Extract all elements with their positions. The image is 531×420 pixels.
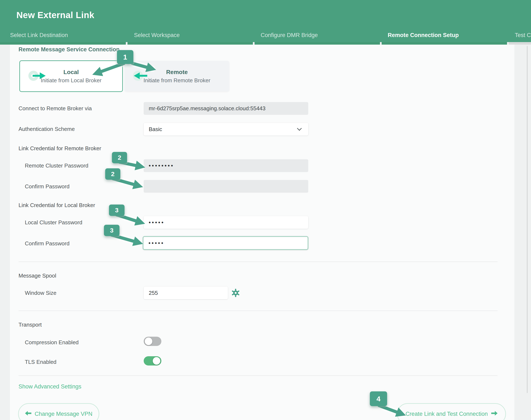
step-indicator-2 <box>128 42 253 45</box>
card-remote-title: Remote <box>166 69 188 75</box>
card-remote-broker[interactable]: Remote Initiate from Remote Broker <box>125 61 229 91</box>
local-confirm-password-input[interactable] <box>143 236 309 250</box>
gear-icon[interactable] <box>231 288 240 298</box>
arrow-left-circle-icon <box>133 69 151 83</box>
transport-heading: Transport <box>18 322 42 328</box>
local-confirm-password-label: Confirm Password <box>25 240 69 247</box>
show-advanced-settings-link[interactable]: Show Advanced Settings <box>18 383 81 390</box>
change-message-vpn-label: Change Message VPN <box>35 411 93 417</box>
card-local-title: Local <box>63 69 79 75</box>
remote-cluster-password-label: Remote Cluster Password <box>25 163 88 169</box>
arrow-left-icon <box>25 411 31 417</box>
local-credential-heading: Link Credential for Local Broker <box>18 202 95 209</box>
window-size-label: Window Size <box>25 290 56 296</box>
auth-scheme-value: Basic <box>149 126 162 133</box>
arrow-right-circle-icon <box>28 69 47 83</box>
tab-remote-connection-setup[interactable]: Remote Connection Setup <box>388 32 459 39</box>
tab-select-link-destination[interactable]: Select Link Destination <box>10 32 68 39</box>
compression-toggle[interactable] <box>144 337 161 346</box>
remote-credential-heading: Link Credential for Remote Broker <box>18 145 101 152</box>
auth-scheme-select[interactable]: Basic <box>144 123 308 135</box>
step-indicator-5 <box>509 42 531 45</box>
card-local-subtitle: Initiate from Local Broker <box>41 77 101 84</box>
page-title: New External Link <box>16 10 94 20</box>
divider <box>18 311 498 311</box>
create-link-test-connection-button[interactable]: Create Link and Test Connection <box>397 403 506 420</box>
new-external-link-dialog: New External Link Select Link Destinatio… <box>0 0 531 420</box>
divider <box>18 375 498 376</box>
connect-via-input[interactable] <box>144 102 308 115</box>
step-indicator-3 <box>254 42 380 45</box>
card-remote-subtitle: Initiate from Remote Broker <box>144 77 210 84</box>
tls-toggle[interactable] <box>144 356 161 365</box>
window-size-input[interactable] <box>144 286 228 299</box>
local-cluster-password-label: Local Cluster Password <box>25 219 82 226</box>
chevron-down-icon <box>297 126 302 131</box>
connect-via-label: Connect to Remote Broker via <box>18 105 92 112</box>
change-message-vpn-button[interactable]: Change Message VPN <box>18 403 99 420</box>
toggle-knob <box>145 338 152 345</box>
local-cluster-password-input[interactable] <box>144 216 308 229</box>
step-indicator-4 <box>382 42 507 45</box>
auth-scheme-label: Authentication Scheme <box>18 126 75 132</box>
remote-confirm-password-input[interactable] <box>144 180 308 193</box>
create-link-test-connection-label: Create Link and Test Connection <box>405 411 488 417</box>
card-local-broker[interactable]: Local Initiate from Local Broker <box>19 60 123 92</box>
message-spool-heading: Message Spool <box>18 272 56 279</box>
tls-enabled-label: TLS Enabled <box>25 359 56 365</box>
compression-enabled-label: Compression Enabled <box>25 339 79 346</box>
tab-configure-dmr-bridge[interactable]: Configure DMR Bridge <box>261 32 318 39</box>
step-indicator-1 <box>0 42 126 45</box>
content-panel <box>10 45 514 420</box>
toggle-knob <box>153 357 160 365</box>
tab-test-connection[interactable]: Test Connection <box>515 32 531 39</box>
remote-confirm-password-label: Confirm Password <box>25 183 69 190</box>
remote-cluster-password-input[interactable] <box>144 159 308 172</box>
section-heading: Remote Message Service Connection <box>18 46 119 53</box>
tab-select-workspace[interactable]: Select Workspace <box>134 32 180 39</box>
vertical-scrollbar[interactable] <box>527 46 528 393</box>
wizard-header: New External Link Select Link Destinatio… <box>0 0 531 42</box>
divider <box>18 262 498 262</box>
arrow-right-icon <box>491 411 498 417</box>
